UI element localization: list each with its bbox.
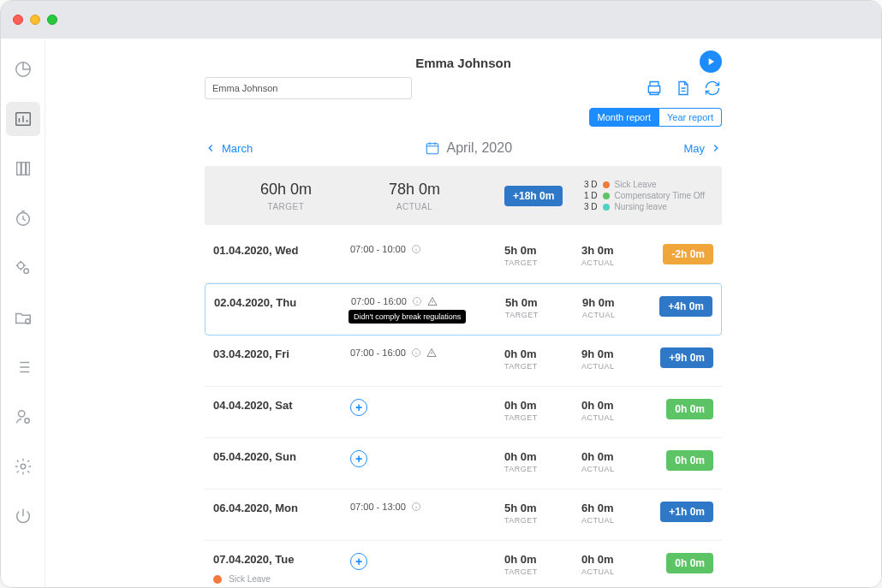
day-delta-badge: 0h 0m [666,450,713,471]
day-times: + [350,553,504,570]
zoom-window-button[interactable] [47,15,57,25]
info-icon [411,502,421,512]
day-actual-value: 0h 0m [581,399,659,412]
day-target-label: TARGET [505,311,582,319]
titlebar [1,1,881,39]
refresh-icon[interactable] [703,79,722,98]
day-actual-label: ACTUAL [581,465,659,473]
day-row[interactable]: 05.04.2020, Sun + 0h 0mTARGET 0h 0mACTUA… [205,438,722,490]
day-actual-label: ACTUAL [581,516,659,525]
day-row[interactable]: 02.04.2020, Thu 07:00 - 16:00Didn't comp… [205,283,722,336]
day-target-value: 0h 0m [504,450,581,463]
time-range: 07:00 - 13:00 [350,502,406,512]
sidebar-settings-icon[interactable] [6,449,40,484]
day-target-label: TARGET [504,362,581,371]
sidebar-power-icon[interactable] [6,499,40,533]
add-time-button[interactable]: + [350,450,367,467]
day-times: 07:00 - 10:00 [350,244,504,254]
day-target-value: 0h 0m [504,399,581,412]
day-times: 07:00 - 16:00 [350,347,504,358]
day-row[interactable]: 06.04.2020, Mon 07:00 - 13:00 5h 0mTARGE… [205,490,722,541]
time-range: 07:00 - 16:00 [351,296,407,306]
day-times: + [350,450,504,467]
day-list: 01.04.2020, Wed 07:00 - 10:00 5h 0mTARGE… [45,232,881,587]
day-actual-value: 0h 0m [581,450,659,463]
export-csv-icon[interactable] [674,79,693,98]
sidebar-dashboard-icon[interactable] [6,52,40,86]
day-target-value: 0h 0m [504,553,581,566]
warning-icon [427,296,438,306]
day-delta-badge: 0h 0m [666,399,713,419]
sidebar-timer-icon[interactable] [6,201,40,235]
day-date: 01.04.2020, Wed [213,244,350,257]
legend-label: Compensatory Time Off [615,191,705,200]
day-date: 05.04.2020, Sun [213,450,350,463]
svg-rect-3 [21,163,26,175]
sidebar-user-settings-icon[interactable] [6,400,40,434]
svg-point-9 [18,411,24,417]
svg-rect-2 [16,163,21,175]
sidebar-archive-icon[interactable] [6,151,40,186]
day-actual-label: ACTUAL [581,258,659,267]
next-month-button[interactable]: May [683,142,722,155]
day-target-value: 0h 0m [504,347,581,360]
summary-legend: 3 DSick Leave1 DCompensatory Time Off3 D… [579,178,705,213]
prev-month-label: March [222,142,253,155]
add-time-button[interactable]: + [350,399,367,416]
time-range: 07:00 - 10:00 [350,244,406,254]
window-controls [13,15,57,25]
day-target-label: TARGET [504,465,581,473]
day-row[interactable]: 07.04.2020, TueSick Leave + 0h 0mTARGET … [205,541,722,587]
day-target-label: TARGET [504,567,581,576]
help-icon[interactable] [700,50,722,73]
legend-bullet-icon [603,204,610,211]
svg-rect-4 [26,163,29,175]
info-icon [411,244,421,254]
day-target-label: TARGET [504,258,581,267]
close-window-button[interactable] [13,15,23,25]
day-target-value: 5h 0m [504,244,581,257]
current-month-label: April, 2020 [447,140,513,156]
sidebar-reports-icon[interactable] [6,102,40,136]
day-delta-badge: +9h 0m [660,347,713,368]
sidebar-folder-icon[interactable] [6,300,40,335]
info-icon [412,296,422,306]
time-range: 07:00 - 16:00 [350,347,406,358]
day-date: 06.04.2020, Mon [213,502,350,514]
legend-count: 1 D [579,191,598,200]
employee-search-input[interactable] [205,77,412,99]
legend-count: 3 D [579,180,598,189]
tab-year-report[interactable]: Year report [659,108,722,127]
day-row[interactable]: 03.04.2020, Fri 07:00 - 16:00 0h 0mTARGE… [205,336,722,387]
tab-month-report[interactable]: Month report [589,108,659,127]
report-scope-tabs: Month report Year report [45,108,881,127]
minimize-window-button[interactable] [30,15,40,25]
day-actual-value: 3h 0m [581,244,659,257]
day-delta-badge: +1h 0m [660,502,713,522]
day-date: 04.04.2020, Sat [213,399,350,412]
leave-indicator: Sick Leave [213,574,350,584]
day-target-label: TARGET [504,516,581,525]
day-delta-badge: 0h 0m [666,553,713,573]
warning-icon [426,347,437,358]
violation-tooltip: Didn't comply break regulations [349,310,466,324]
day-actual-label: ACTUAL [581,362,659,371]
sidebar-list-icon[interactable] [6,350,40,384]
summary-target-label: TARGET [222,202,350,211]
legend-label: Sick Leave [615,180,657,189]
prev-month-button[interactable]: March [205,142,253,155]
calendar-icon [425,140,440,156]
print-icon[interactable] [645,79,664,98]
day-row[interactable]: 01.04.2020, Wed 07:00 - 10:00 5h 0mTARGE… [205,232,722,283]
day-actual-label: ACTUAL [581,567,659,576]
page-header: Emma Johnson [45,39,881,77]
summary-target-value: 60h 0m [222,181,350,199]
day-times: + [350,399,504,416]
add-time-button[interactable]: + [350,553,367,570]
svg-point-10 [24,419,29,424]
current-month: April, 2020 [253,140,683,156]
day-actual-value: 0h 0m [581,553,659,566]
day-actual-label: ACTUAL [581,413,659,422]
day-row[interactable]: 04.04.2020, Sat + 0h 0mTARGET 0h 0mACTUA… [205,387,722,438]
sidebar-automation-icon[interactable] [6,251,40,285]
